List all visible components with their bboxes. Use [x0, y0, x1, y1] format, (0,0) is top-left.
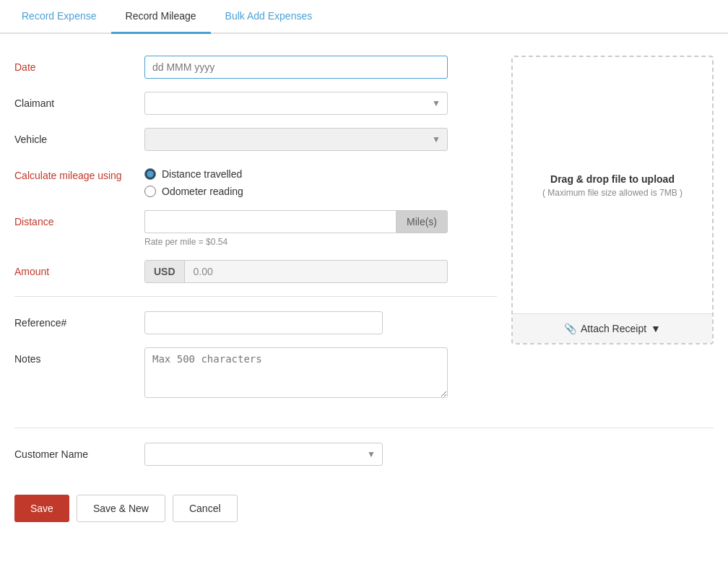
vehicle-control: ▼	[144, 128, 448, 151]
claimant-select-wrapper: ▼	[144, 92, 448, 115]
notes-textarea[interactable]	[144, 347, 448, 398]
vehicle-select-wrapper: ▼	[144, 128, 448, 151]
distance-row: Distance Mile(s) Rate per mile = $0.54	[14, 210, 497, 247]
tab-record-expense[interactable]: Record Expense	[7, 0, 111, 34]
attach-receipt-chevron-icon: ▼	[651, 323, 661, 334]
distance-travelled-label: Distance travelled	[162, 168, 242, 180]
page-container: Record Expense Record Mileage Bulk Add E…	[0, 0, 728, 564]
distance-control: Mile(s) Rate per mile = $0.54	[144, 210, 448, 247]
paperclip-icon: 📎	[564, 323, 576, 334]
date-control	[144, 56, 448, 79]
save-new-button[interactable]: Save & New	[77, 495, 165, 522]
vehicle-label: Vehicle	[14, 128, 144, 145]
notes-row: Notes	[14, 347, 497, 400]
customer-dropdown-wrapper: ▼	[144, 443, 383, 466]
distance-label: Distance	[14, 210, 144, 227]
amount-label: Amount	[14, 260, 144, 277]
claimant-select[interactable]	[144, 92, 448, 115]
notes-control	[144, 347, 448, 400]
customer-name-row: Customer Name ▼	[14, 443, 714, 466]
amount-wrapper: USD 0.00	[144, 260, 448, 283]
amount-control: USD 0.00	[144, 260, 448, 283]
upload-section: Drag & drop file to upload ( Maximum fil…	[511, 56, 714, 413]
calculate-control: Distance travelled Odometer reading	[144, 164, 448, 197]
reference-control	[144, 311, 448, 334]
amount-value: 0.00	[185, 261, 222, 282]
reference-input[interactable]	[144, 311, 383, 334]
main-content: Date Claimant ▼ Ve	[0, 34, 728, 428]
notes-label: Notes	[14, 347, 144, 365]
distance-input[interactable]	[144, 210, 396, 233]
claimant-label: Claimant	[14, 92, 144, 109]
upload-box[interactable]: Drag & drop file to upload ( Maximum fil…	[511, 56, 714, 344]
date-row: Date	[14, 56, 497, 79]
distance-travelled-radio[interactable]	[144, 168, 156, 180]
reference-row: Reference#	[14, 311, 497, 334]
tabs-bar: Record Expense Record Mileage Bulk Add E…	[0, 0, 728, 34]
rate-note: Rate per mile = $0.54	[144, 237, 448, 247]
vehicle-select[interactable]	[144, 128, 448, 151]
calculate-row: Calculate mileage using Distance travell…	[14, 164, 497, 197]
upload-drop-area[interactable]: Drag & drop file to upload ( Maximum fil…	[513, 57, 712, 313]
mileage-radio-group: Distance travelled Odometer reading	[144, 164, 448, 197]
footer-section: Customer Name ▼ Save Save & New Cancel	[0, 428, 728, 537]
max-size-note: ( Maximum file size allowed is 7MB )	[542, 188, 682, 198]
claimant-control: ▼	[144, 92, 448, 115]
cancel-button[interactable]: Cancel	[173, 495, 238, 522]
customer-select-wrapper: ▼	[144, 443, 383, 466]
calculate-label: Calculate mileage using	[14, 164, 144, 181]
distance-input-wrapper: Mile(s)	[144, 210, 448, 233]
odometer-reading-option[interactable]: Odometer reading	[144, 186, 448, 197]
customer-name-label: Customer Name	[14, 448, 144, 460]
tab-record-mileage[interactable]: Record Mileage	[111, 0, 211, 34]
tab-bulk-add-expenses[interactable]: Bulk Add Expenses	[211, 0, 327, 34]
date-label: Date	[14, 56, 144, 73]
odometer-reading-label: Odometer reading	[162, 186, 243, 197]
claimant-row: Claimant ▼	[14, 92, 497, 115]
amount-row: Amount USD 0.00	[14, 260, 497, 283]
date-input[interactable]	[144, 56, 448, 79]
save-button[interactable]: Save	[14, 495, 69, 522]
footer-divider	[14, 428, 714, 428]
form-separator	[14, 296, 497, 297]
action-buttons: Save Save & New Cancel	[14, 487, 714, 522]
attach-receipt-button[interactable]: 📎 Attach Receipt ▼	[513, 313, 712, 343]
currency-label: USD	[145, 261, 185, 282]
drag-drop-text: Drag & drop file to upload	[550, 173, 675, 185]
odometer-reading-radio[interactable]	[144, 186, 156, 197]
reference-label: Reference#	[14, 311, 144, 329]
attach-receipt-label: Attach Receipt	[581, 323, 646, 334]
form-section: Date Claimant ▼ Ve	[14, 56, 497, 413]
vehicle-row: Vehicle ▼	[14, 128, 497, 151]
customer-name-select[interactable]	[144, 443, 383, 466]
distance-travelled-option[interactable]: Distance travelled	[144, 168, 448, 180]
miles-button[interactable]: Mile(s)	[396, 210, 448, 233]
